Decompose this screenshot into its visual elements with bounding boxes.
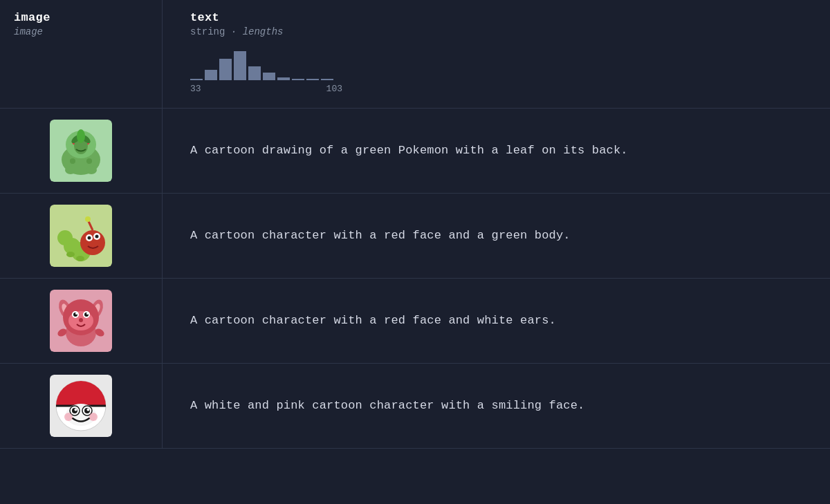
text-lengths-label: lengths (243, 26, 284, 37)
svg-point-40 (75, 312, 77, 315)
svg-point-54 (87, 409, 90, 411)
svg-point-13 (65, 166, 76, 174)
pokemon-image (50, 290, 112, 352)
text-cell: A cartoon character with a red face and … (163, 279, 830, 363)
svg-point-18 (57, 230, 73, 245)
text-column-sublabel: string · lengths (190, 26, 802, 37)
histogram-bar (321, 79, 333, 80)
svg-point-19 (80, 230, 105, 255)
svg-point-55 (64, 413, 73, 421)
image-column-sublabel: image (14, 26, 148, 37)
histogram-bar (263, 73, 275, 80)
svg-point-53 (75, 409, 77, 411)
histogram-bar (277, 77, 290, 80)
histogram-bar (248, 66, 261, 80)
table-row: A cartoon character with a red face and … (0, 279, 830, 364)
histogram-bar (190, 79, 203, 80)
svg-point-56 (89, 413, 98, 421)
header-row: image image text string · lengths 33 103 (0, 0, 830, 109)
svg-point-42 (79, 318, 83, 322)
data-rows: A cartoon drawing of a green Pokemon wit… (0, 109, 830, 449)
svg-point-26 (66, 252, 75, 257)
histogram-max-label: 103 (326, 84, 342, 94)
histogram-bar (205, 70, 217, 80)
text-column-label: text (190, 11, 802, 24)
histogram-chart (190, 47, 802, 80)
image-cell (0, 194, 163, 278)
text-cell: A white and pink cartoon character with … (163, 364, 830, 448)
histogram-bar (292, 79, 304, 80)
svg-point-10 (77, 129, 85, 143)
svg-point-12 (86, 158, 92, 164)
image-column-header: image image (0, 0, 163, 108)
svg-point-14 (86, 166, 97, 174)
data-table: image image text string · lengths 33 103 (0, 0, 830, 449)
pokemon-image (50, 375, 112, 437)
image-cell (0, 109, 163, 193)
text-type-name: string (190, 26, 225, 37)
histogram-min-label: 33 (190, 84, 201, 94)
pokemon-image (50, 120, 112, 182)
table-row: A cartoon drawing of a green Pokemon wit… (0, 109, 830, 194)
image-type-label: image (14, 26, 43, 37)
svg-point-11 (70, 158, 75, 164)
table-row: A white and pink cartoon character with … (0, 364, 830, 449)
histogram-labels: 33 103 (190, 84, 342, 94)
svg-point-25 (85, 216, 91, 222)
table-row: A cartoon character with a red face and … (0, 194, 830, 279)
text-cell: A cartoon drawing of a green Pokemon wit… (163, 109, 830, 193)
text-cell: A cartoon character with a red face and … (163, 194, 830, 278)
image-column-label: image (14, 11, 148, 24)
histogram-bar (219, 59, 232, 80)
image-cell (0, 364, 163, 448)
pokemon-image (50, 205, 112, 267)
svg-point-27 (76, 256, 84, 261)
svg-point-23 (95, 235, 99, 239)
image-cell (0, 279, 163, 363)
text-column-header: text string · lengths 33 103 (163, 0, 830, 108)
svg-point-21 (88, 236, 91, 240)
histogram-bar (234, 51, 246, 80)
histogram-bar (306, 79, 319, 80)
svg-point-41 (86, 312, 89, 315)
